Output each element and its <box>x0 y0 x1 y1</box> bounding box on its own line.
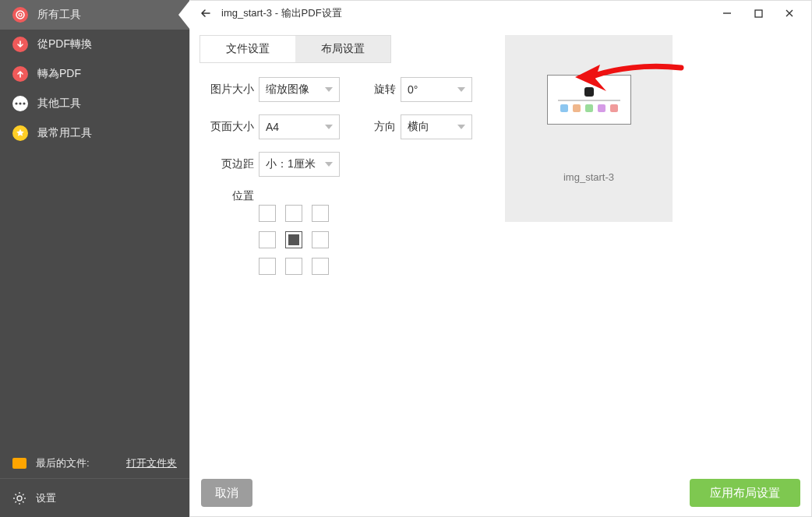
page-size-value: A4 <box>266 121 279 133</box>
orientation-select[interactable]: 横向 <box>401 114 472 139</box>
rotate-select[interactable]: 0° <box>401 77 472 102</box>
footer: 取消 应用布局设置 <box>190 470 811 516</box>
window-maximize-button[interactable] <box>743 2 774 24</box>
open-folder-link[interactable]: 打开文件夹 <box>126 456 177 470</box>
layout-form: 图片大小 缩放图像 旋转 0° <box>199 77 496 275</box>
position-cell-ml[interactable] <box>259 231 276 248</box>
sidebar-item-all-tools[interactable]: 所有工具 <box>0 0 189 30</box>
cancel-button[interactable]: 取消 <box>201 479 252 507</box>
svg-point-0 <box>16 11 24 19</box>
chevron-down-icon <box>325 87 333 92</box>
position-label: 位置 <box>199 189 254 203</box>
rotate-value: 0° <box>408 83 418 96</box>
tabs: 文件设置 布局设置 <box>199 35 391 63</box>
star-icon <box>12 125 28 141</box>
svg-point-3 <box>19 102 21 104</box>
titlebar: img_start-3 - 输出PDF设置 <box>190 1 811 26</box>
image-size-value: 缩放图像 <box>266 83 309 97</box>
main-panel: img_start-3 - 输出PDF设置 文件设置 布局设置 图片大小 缩 <box>189 0 812 517</box>
arrow-down-circle-icon <box>12 37 28 52</box>
sidebar-item-label: 轉為PDF <box>37 67 81 81</box>
sidebar-lastfile-row: 最后的文件: 打开文件夹 <box>0 448 189 478</box>
margin-select[interactable]: 小：1厘米 <box>259 152 340 177</box>
position-cell-tr[interactable] <box>312 205 329 222</box>
tab-layout-settings[interactable]: 布局设置 <box>295 36 390 62</box>
back-button[interactable] <box>196 4 215 23</box>
svg-rect-6 <box>755 10 762 17</box>
position-cell-br[interactable] <box>312 258 329 275</box>
gear-icon <box>12 491 26 505</box>
sidebar: 所有工具 從PDF轉換 轉為PDF 其他工具 最常用工具 最后的文件: 打开文件… <box>0 0 189 517</box>
arrow-up-circle-icon <box>12 66 28 82</box>
image-size-label: 图片大小 <box>199 83 254 97</box>
window-close-button[interactable] <box>774 2 805 24</box>
sidebar-item-to-pdf[interactable]: 轉為PDF <box>0 59 189 89</box>
sidebar-settings-label: 设置 <box>36 491 56 505</box>
preview-caption: img_start-3 <box>563 171 614 183</box>
sidebar-item-from-pdf[interactable]: 從PDF轉換 <box>0 30 189 59</box>
dots-icon <box>12 96 28 111</box>
preview-box: img_start-3 <box>505 35 673 222</box>
position-cell-bc[interactable] <box>285 258 302 275</box>
position-cell-tl[interactable] <box>259 205 276 222</box>
tab-file-settings[interactable]: 文件设置 <box>200 36 295 62</box>
content-area: 文件设置 布局设置 图片大小 缩放图像 旋转 0° <box>190 26 811 470</box>
window-title: img_start-3 - 输出PDF设置 <box>221 6 711 20</box>
position-cell-mr[interactable] <box>312 231 329 248</box>
margin-label: 页边距 <box>199 157 254 171</box>
folder-icon <box>12 458 26 469</box>
sidebar-lastfile-label: 最后的文件: <box>36 456 90 470</box>
chevron-down-icon <box>325 162 333 167</box>
orientation-label: 方向 <box>365 120 396 134</box>
svg-point-5 <box>17 496 22 501</box>
window-minimize-button[interactable] <box>711 2 743 24</box>
sidebar-item-frequent[interactable]: 最常用工具 <box>0 118 189 148</box>
svg-point-4 <box>23 102 25 104</box>
position-cell-bl[interactable] <box>259 258 276 275</box>
chevron-down-icon <box>325 125 333 129</box>
apply-button[interactable]: 应用布局设置 <box>690 479 800 507</box>
sidebar-settings-row[interactable]: 设置 <box>0 478 189 517</box>
image-size-select[interactable]: 缩放图像 <box>259 77 340 102</box>
preview-thumbnail <box>547 75 631 125</box>
svg-point-1 <box>19 13 22 16</box>
svg-point-2 <box>15 102 17 104</box>
spiral-icon <box>12 7 28 23</box>
position-grid <box>259 205 496 275</box>
preview-column: img_start-3 <box>505 35 673 470</box>
page-size-select[interactable]: A4 <box>259 114 340 139</box>
sidebar-item-label: 從PDF轉換 <box>37 37 92 51</box>
position-cell-mc[interactable] <box>285 231 302 248</box>
orientation-value: 横向 <box>408 120 429 134</box>
page-size-label: 页面大小 <box>199 120 254 134</box>
chevron-down-icon <box>457 125 465 129</box>
chevron-down-icon <box>457 87 465 92</box>
settings-column: 文件设置 布局设置 图片大小 缩放图像 旋转 0° <box>199 35 496 470</box>
sidebar-item-other-tools[interactable]: 其他工具 <box>0 89 189 118</box>
sidebar-item-label: 最常用工具 <box>37 126 92 140</box>
position-cell-tc[interactable] <box>285 205 302 222</box>
margin-value: 小：1厘米 <box>266 157 316 171</box>
sidebar-item-label: 其他工具 <box>37 97 81 111</box>
rotate-label: 旋转 <box>365 83 396 97</box>
sidebar-item-label: 所有工具 <box>37 8 81 22</box>
